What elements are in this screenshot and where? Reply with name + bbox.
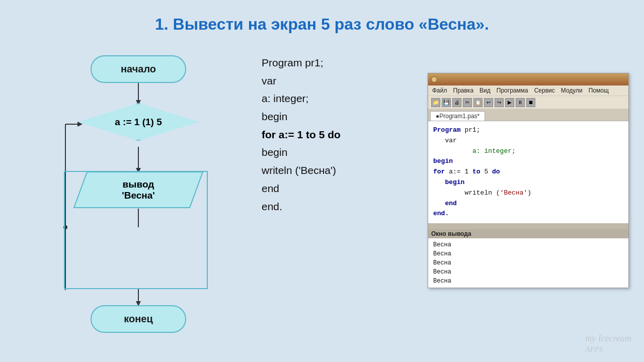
flowchart-end: конец: [91, 305, 186, 333]
ide-menubar[interactable]: Файл Правка Вид Программа Сервис Модули …: [428, 85, 628, 96]
page-title: 1. Вывести на экран 5 раз слово «Весна».: [0, 0, 644, 34]
ide-editor[interactable]: Program pr1; var a: integer; begin for a…: [428, 121, 628, 223]
menu-program[interactable]: Программа: [497, 87, 528, 94]
ide-output-label: Окно вывода: [428, 229, 628, 238]
code-block: Program pr1; var a: integer; begin for a…: [262, 54, 423, 215]
toolbar-icon-5[interactable]: 📋: [473, 98, 482, 107]
toolbar-icon-6[interactable]: ↩: [484, 98, 493, 107]
code-line-2: var: [262, 72, 423, 90]
ide-title-btn: [431, 76, 437, 82]
ide-toolbar: 📁 💾 🖨 ✂ 📋 ↩ ↪ ▶ ⏸ ⏹: [428, 96, 628, 109]
menu-modules[interactable]: Модули: [561, 87, 583, 94]
toolbar-icon-1[interactable]: 📁: [431, 98, 440, 107]
code-line-6: begin: [262, 143, 423, 161]
flowchart-loop-body: [64, 171, 208, 289]
toolbar-icon-8[interactable]: ▶: [505, 98, 514, 107]
menu-help[interactable]: Помощ: [589, 87, 609, 94]
watermark: my IcecreamAPPS: [585, 333, 631, 354]
menu-service[interactable]: Сервис: [534, 87, 555, 94]
ide-titlebar: [428, 73, 628, 85]
code-line-3: a: integer;: [262, 89, 423, 108]
menu-file[interactable]: Файл: [432, 87, 447, 94]
flowchart-loop-condition: a := 1 (1) 5: [78, 103, 199, 141]
ide-output: ВеснаВеснаВеснаВеснаВесна: [428, 238, 628, 288]
ide-window: Файл Правка Вид Программа Сервис Модули …: [428, 73, 629, 288]
toolbar-icon-10[interactable]: ⏹: [526, 98, 535, 107]
code-line-1: Program pr1;: [262, 54, 423, 72]
toolbar-icon-3[interactable]: 🖨: [452, 98, 461, 107]
code-line-5: for a:= 1 to 5 do: [262, 126, 423, 144]
menu-view[interactable]: Вид: [479, 87, 491, 94]
menu-edit[interactable]: Правка: [453, 87, 474, 94]
code-line-4: begin: [262, 108, 423, 126]
toolbar-icon-2[interactable]: 💾: [442, 98, 451, 107]
toolbar-icon-9[interactable]: ⏸: [516, 98, 525, 107]
toolbar-icon-7[interactable]: ↪: [495, 98, 504, 107]
ide-tab[interactable]: ●Program1.pas*: [430, 111, 485, 121]
code-line-9: end.: [262, 198, 423, 216]
code-line-7: writeln ('Весна'): [262, 161, 423, 179]
ide-tab-bar: ●Program1.pas*: [428, 109, 628, 121]
toolbar-icon-4[interactable]: ✂: [463, 98, 472, 107]
flowchart-start: начало: [91, 55, 186, 83]
code-line-8: end: [262, 179, 423, 198]
ide-scrollbar[interactable]: [428, 223, 628, 229]
flowchart: начало a := 1 (1) 5 вывод 'Весна' конец: [30, 49, 242, 310]
